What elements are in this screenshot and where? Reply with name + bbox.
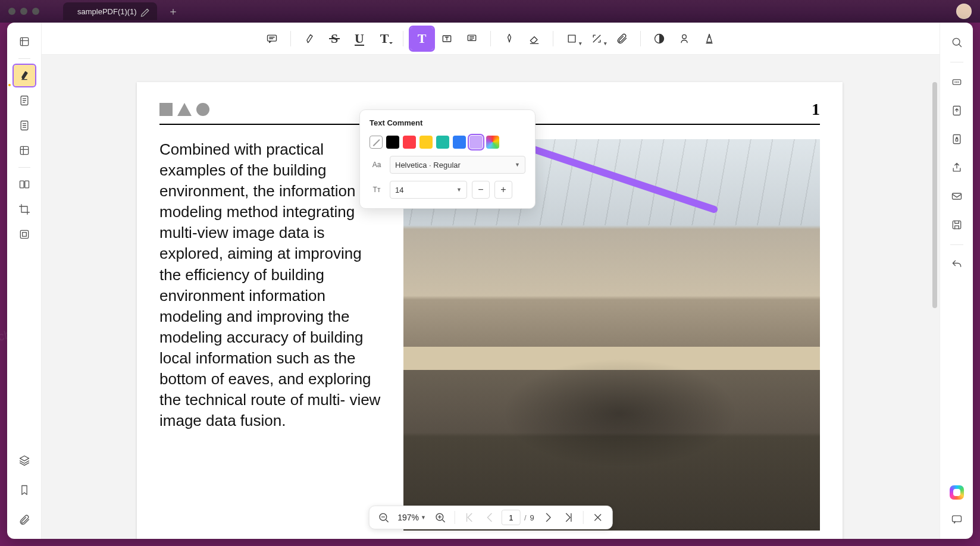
close-window-icon[interactable] xyxy=(8,8,15,15)
document-tab[interactable]: samplePDF(1)(1) xyxy=(63,2,157,20)
last-page-button[interactable] xyxy=(561,509,577,526)
ai-assistant-icon[interactable] xyxy=(950,485,964,500)
svg-point-13 xyxy=(682,34,687,39)
encrypt-icon[interactable] xyxy=(948,130,966,148)
export-icon[interactable] xyxy=(948,102,966,120)
separator xyxy=(640,31,641,46)
separator xyxy=(553,31,553,46)
popover-title: Text Comment xyxy=(370,118,525,127)
app-window: S U T T ▾ ▾ xyxy=(7,23,973,539)
snapshot-icon[interactable] xyxy=(14,224,35,245)
chevron-down-icon: ▼ xyxy=(515,162,520,168)
separator xyxy=(455,511,455,524)
search-icon[interactable] xyxy=(948,33,966,51)
attachments-icon[interactable] xyxy=(14,509,35,531)
measure-tool-icon[interactable]: ▾ xyxy=(586,27,608,50)
left-sidebar-bottom xyxy=(14,450,35,539)
right-sidebar xyxy=(940,23,973,539)
font-select[interactable]: Helvetica · Regular ▼ xyxy=(390,156,525,174)
left-sidebar xyxy=(7,23,42,539)
attach-tool-icon[interactable] xyxy=(610,27,633,50)
zoom-out-button[interactable] xyxy=(375,509,392,526)
share-icon[interactable] xyxy=(948,159,966,177)
size-row-label: Tт xyxy=(370,186,384,194)
font-select-value: Helvetica · Regular xyxy=(395,161,461,170)
minimize-window-icon[interactable] xyxy=(20,8,27,15)
window-controls xyxy=(8,8,39,15)
bookmark-icon[interactable] xyxy=(14,479,35,501)
vertical-scrollbar[interactable] xyxy=(932,82,938,534)
no-color-swatch[interactable] xyxy=(370,136,383,149)
text-comment-tool-icon[interactable]: T xyxy=(411,27,433,50)
increase-size-button[interactable]: + xyxy=(494,181,512,199)
outline-icon[interactable] xyxy=(14,115,35,136)
pencil-icon[interactable] xyxy=(139,7,151,20)
compare-icon[interactable] xyxy=(14,174,35,195)
highlight-text-icon[interactable] xyxy=(298,27,321,50)
separator xyxy=(490,31,491,46)
highlight-tool-icon[interactable] xyxy=(14,65,35,86)
ocr-icon[interactable] xyxy=(948,73,966,91)
text-box-tool-icon[interactable] xyxy=(436,27,458,50)
header-shapes xyxy=(159,103,209,116)
teal-swatch[interactable] xyxy=(436,136,449,149)
crop-icon[interactable] xyxy=(14,199,35,220)
text-tool-icon[interactable]: T xyxy=(373,27,396,50)
maximize-window-icon[interactable] xyxy=(32,8,39,15)
svg-rect-5 xyxy=(24,181,29,188)
underline-icon[interactable]: U xyxy=(348,27,371,50)
page-number-input[interactable] xyxy=(502,510,521,525)
custom-color-swatch[interactable] xyxy=(486,136,499,149)
svg-rect-4 xyxy=(20,181,24,188)
decrease-size-button[interactable]: − xyxy=(472,181,490,199)
pen-tool-icon[interactable] xyxy=(498,27,521,50)
prev-page-button[interactable] xyxy=(481,509,498,526)
font-row-label: Aa xyxy=(370,161,384,169)
shape-tool-icon[interactable]: ▾ xyxy=(561,27,583,50)
link-tool-icon[interactable] xyxy=(673,27,696,50)
red-swatch[interactable] xyxy=(403,136,416,149)
separator xyxy=(583,511,584,524)
form-panel-icon[interactable] xyxy=(14,140,35,161)
chevron-down-icon: ▼ xyxy=(456,187,462,193)
indicator-dot xyxy=(8,84,11,86)
next-page-button[interactable] xyxy=(540,509,557,526)
stamp-tool-icon[interactable] xyxy=(648,27,671,50)
svg-rect-20 xyxy=(953,135,960,144)
blue-swatch[interactable] xyxy=(453,136,466,149)
strikethrough-icon[interactable]: S xyxy=(323,27,346,50)
chat-icon[interactable] xyxy=(948,510,966,528)
note-tool-icon[interactable] xyxy=(261,27,283,50)
signature-tool-icon[interactable] xyxy=(698,27,721,50)
scrollbar-thumb[interactable] xyxy=(932,82,937,308)
font-size-select[interactable]: 14 ▼ xyxy=(390,181,467,199)
save-icon[interactable] xyxy=(948,216,966,234)
svg-rect-24 xyxy=(952,516,961,522)
right-sidebar-bottom xyxy=(948,485,966,539)
svg-rect-0 xyxy=(20,37,28,45)
first-page-button[interactable] xyxy=(461,509,478,526)
thumbnails-icon[interactable] xyxy=(14,31,35,52)
mail-icon[interactable] xyxy=(948,187,966,205)
page-viewport[interactable]: 1 Combined with practical examples of th… xyxy=(42,55,940,539)
zoom-in-button[interactable] xyxy=(432,509,449,526)
font-size-value: 14 xyxy=(395,186,403,194)
body-text: Combined with practical examples of the … xyxy=(159,139,386,531)
yellow-swatch[interactable] xyxy=(419,136,433,149)
center-area: S U T T ▾ ▾ xyxy=(42,23,940,539)
layers-icon[interactable] xyxy=(14,450,35,471)
svg-rect-7 xyxy=(22,233,26,237)
eraser-tool-icon[interactable] xyxy=(523,27,546,50)
new-tab-button[interactable]: ＋ xyxy=(168,4,179,18)
close-controls-button[interactable] xyxy=(590,509,606,526)
svg-rect-6 xyxy=(20,230,28,238)
undo-icon[interactable] xyxy=(948,256,966,274)
zoom-level-select[interactable]: 197%▼ xyxy=(395,513,428,522)
purple-swatch[interactable] xyxy=(469,136,483,149)
callout-tool-icon[interactable] xyxy=(461,27,483,50)
triangle-icon xyxy=(177,103,192,116)
user-avatar[interactable] xyxy=(956,4,972,19)
black-swatch[interactable] xyxy=(386,136,399,149)
separator xyxy=(950,244,963,245)
annotations-list-icon[interactable] xyxy=(14,90,35,111)
